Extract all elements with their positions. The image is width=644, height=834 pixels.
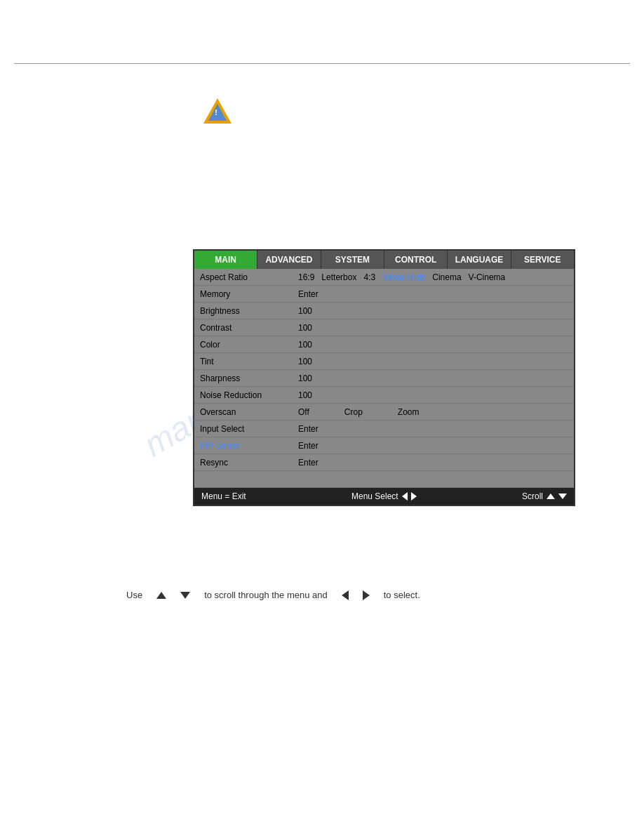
label-brightness: Brightness: [200, 306, 298, 316]
values-overscan: Off Crop Zoom: [298, 407, 568, 417]
menu-select-label: Menu Select: [351, 491, 398, 501]
val-letterbox[interactable]: Letterbox: [321, 272, 356, 282]
down-arrow-icon[interactable]: [558, 494, 567, 499]
values-input-select: Enter: [298, 424, 568, 434]
val-169[interactable]: 16:9: [298, 272, 314, 282]
row-pip-select[interactable]: PIP Select Enter: [194, 437, 574, 454]
val-color: 100: [298, 340, 312, 350]
nav-select-text: to select.: [384, 590, 420, 600]
menu-exit-section: Menu = Exit: [201, 491, 246, 501]
val-memory-enter[interactable]: Enter: [298, 289, 318, 299]
nav-left-arrow-icon: [342, 590, 349, 600]
val-sharpness: 100: [298, 373, 312, 383]
row-input-select[interactable]: Input Select Enter: [194, 421, 574, 437]
val-contrast: 100: [298, 323, 312, 333]
row-contrast[interactable]: Contrast 100: [194, 319, 574, 336]
val-cinema[interactable]: Cinema: [432, 272, 461, 282]
values-tint: 100: [298, 357, 568, 366]
nav-up-arrow-icon: [156, 592, 166, 599]
osd-menu: MAIN ADVANCED SYSTEM CONTROL LANGUAGE SE…: [193, 249, 575, 506]
val-off[interactable]: Off: [298, 407, 309, 417]
row-memory[interactable]: Memory Enter: [194, 286, 574, 303]
nav-scroll-text: to scroll through the menu and: [204, 590, 328, 600]
val-43[interactable]: 4:3: [363, 272, 375, 282]
values-contrast: 100: [298, 323, 568, 333]
label-contrast: Contrast: [200, 323, 298, 333]
label-noise-reduction: Noise Reduction: [200, 390, 298, 400]
bottom-nav-area: Use to scroll through the menu and to se…: [126, 590, 518, 600]
bottom-bar: Menu = Exit Menu Select Scroll: [194, 488, 574, 505]
empty-row: [194, 471, 574, 488]
val-tint: 100: [298, 357, 312, 366]
label-color: Color: [200, 340, 298, 350]
values-aspect-ratio: 16:9 Letterbox 4:3 VirtualWide Cinema V-…: [298, 272, 568, 282]
label-input-select: Input Select: [200, 424, 298, 434]
values-color: 100: [298, 340, 568, 350]
val-input-enter[interactable]: Enter: [298, 424, 318, 434]
right-arrow-icon[interactable]: [411, 492, 417, 501]
row-aspect-ratio[interactable]: Aspect Ratio 16:9 Letterbox 4:3 VirtualW…: [194, 269, 574, 286]
tab-row[interactable]: MAIN ADVANCED SYSTEM CONTROL LANGUAGE SE…: [194, 251, 574, 269]
label-sharpness: Sharpness: [200, 373, 298, 383]
menu-exit-label: Menu = Exit: [201, 491, 246, 501]
row-noise-reduction[interactable]: Noise Reduction 100: [194, 387, 574, 404]
val-resync-enter[interactable]: Enter: [298, 458, 318, 468]
row-sharpness[interactable]: Sharpness 100: [194, 370, 574, 387]
nav-use-text: Use: [126, 590, 142, 600]
val-crop[interactable]: Crop: [344, 407, 363, 417]
row-resync[interactable]: Resync Enter: [194, 454, 574, 471]
label-resync: Resync: [200, 458, 298, 468]
values-pip-select: Enter: [298, 441, 568, 451]
values-brightness: 100: [298, 306, 568, 316]
values-memory: Enter: [298, 289, 568, 299]
tab-control[interactable]: CONTROL: [384, 251, 448, 269]
values-sharpness: 100: [298, 373, 568, 383]
tab-system[interactable]: SYSTEM: [321, 251, 384, 269]
values-resync: Enter: [298, 458, 568, 468]
menu-body: Aspect Ratio 16:9 Letterbox 4:3 VirtualW…: [194, 269, 574, 488]
tab-advanced[interactable]: ADVANCED: [257, 251, 321, 269]
left-arrow-icon[interactable]: [402, 492, 408, 501]
label-pip-select: PIP Select: [200, 441, 298, 451]
row-brightness[interactable]: Brightness 100: [194, 303, 574, 319]
nav-down-arrow-icon: [180, 592, 190, 599]
scroll-section: Scroll: [522, 491, 567, 501]
label-aspect-ratio: Aspect Ratio: [200, 272, 298, 282]
scroll-label: Scroll: [522, 491, 543, 501]
up-arrow-icon[interactable]: [546, 494, 555, 499]
row-tint[interactable]: Tint 100: [194, 353, 574, 370]
label-tint: Tint: [200, 357, 298, 366]
row-color[interactable]: Color 100: [194, 336, 574, 353]
val-noise-reduction: 100: [298, 390, 312, 400]
label-memory: Memory: [200, 289, 298, 299]
val-brightness: 100: [298, 306, 312, 316]
tab-main[interactable]: MAIN: [194, 251, 257, 269]
val-virtualwide[interactable]: VirtualWide: [382, 272, 425, 282]
val-zoom[interactable]: Zoom: [398, 407, 420, 417]
values-noise-reduction: 100: [298, 390, 568, 400]
menu-select-section: Menu Select: [351, 491, 417, 501]
val-vcinema[interactable]: V-Cinema: [469, 272, 506, 282]
val-pip-enter[interactable]: Enter: [298, 441, 318, 451]
top-divider: [14, 63, 630, 64]
warning-icon: !: [203, 98, 232, 124]
tab-language[interactable]: LANGUAGE: [448, 251, 511, 269]
label-overscan: Overscan: [200, 407, 298, 417]
tab-service[interactable]: SERVICE: [511, 251, 574, 269]
row-overscan[interactable]: Overscan Off Crop Zoom: [194, 404, 574, 421]
nav-right-arrow-icon: [363, 590, 370, 600]
